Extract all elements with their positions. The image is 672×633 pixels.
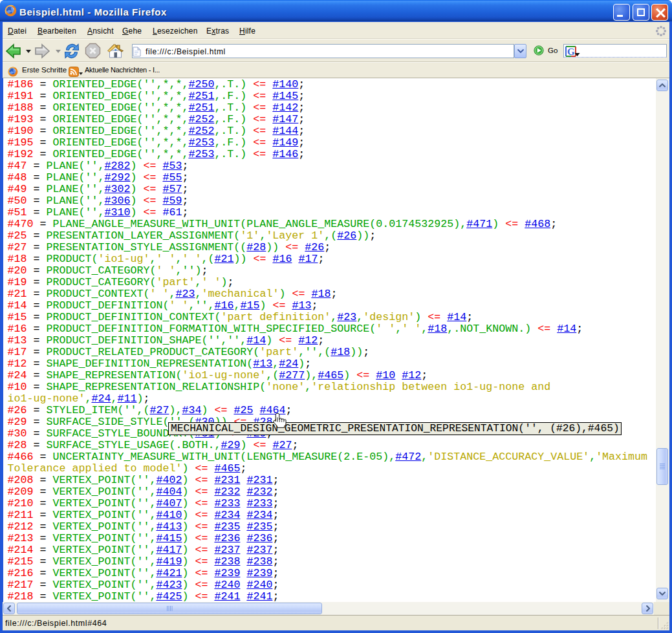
svg-text:G: G	[567, 47, 575, 57]
